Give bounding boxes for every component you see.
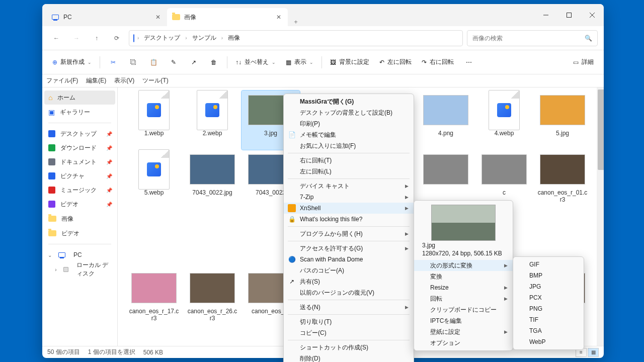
menu-item[interactable]: JPG: [513, 281, 584, 292]
new-button[interactable]: ⊕新規作成⌄: [48, 54, 96, 70]
close-icon[interactable]: ✕: [154, 13, 162, 21]
delete-button[interactable]: 🗑: [205, 54, 223, 70]
breadcrumb[interactable]: › デスクトップ › サンプル › 画像: [129, 30, 463, 46]
menu-item[interactable]: 印刷(P): [284, 118, 414, 129]
sidebar-disk[interactable]: ›ローカル ディスク: [44, 262, 115, 277]
menu-edit[interactable]: 編集(E): [86, 76, 106, 85]
sidebar-item[interactable]: ミュージック📌: [44, 183, 115, 197]
menu-item[interactable]: TGA: [513, 325, 584, 336]
rotate-right-button[interactable]: ↷ 右に回転: [418, 54, 458, 70]
menu-item[interactable]: 7-Zip▶: [284, 192, 414, 203]
menu-item[interactable]: 🔒What's locking this file?: [284, 214, 414, 225]
menu-item[interactable]: デスクトップの背景として設定(B): [284, 107, 414, 118]
sidebar-folder[interactable]: 画像: [44, 212, 115, 226]
details-button[interactable]: ▭ 詳細: [569, 54, 598, 70]
close-icon[interactable]: ✕: [275, 13, 283, 21]
menu-item[interactable]: GIF: [513, 259, 584, 270]
file-item[interactable]: canon_eos_r_01.cr3: [533, 150, 592, 209]
file-item[interactable]: canon_eos_r_17.cr3: [125, 268, 183, 328]
set-background-button[interactable]: 🖼 背景に設定: [326, 54, 373, 70]
tab-pc[interactable]: PC ✕: [46, 8, 167, 26]
menu-item[interactable]: TIF: [513, 314, 584, 325]
sidebar-pc[interactable]: ⌄PC: [44, 248, 115, 262]
menu-item[interactable]: Resize▶: [414, 282, 513, 293]
file-item[interactable]: 2.webp: [183, 90, 242, 150]
menu-item[interactable]: PCX: [513, 292, 584, 303]
file-item[interactable]: 1.webp: [125, 90, 183, 150]
menu-item[interactable]: ↗共有(S): [284, 276, 414, 287]
menu-file[interactable]: ファイル(F): [46, 76, 78, 85]
search-box[interactable]: 🔍: [467, 30, 598, 46]
menu-item[interactable]: オプション: [414, 337, 513, 348]
view-button[interactable]: ▦ 表示 ⌄: [282, 54, 317, 70]
sort-button[interactable]: ↑↓ 並べ替え ⌄: [231, 54, 280, 70]
sidebar-item[interactable]: ドキュメント📌: [44, 155, 115, 169]
menu-item[interactable]: 以前のバージョンの復元(V): [284, 287, 414, 298]
menu-item[interactable]: お気に入りに追加(F): [284, 140, 414, 151]
file-item[interactable]: 4.png: [417, 90, 475, 150]
copy-button[interactable]: ⿻: [124, 54, 142, 70]
minimize-button[interactable]: [534, 4, 557, 26]
menu-item[interactable]: 切り取り(T): [284, 316, 414, 327]
new-tab-button[interactable]: ＋: [288, 18, 304, 26]
sidebar-folder[interactable]: ビデオ: [44, 226, 115, 240]
menu-item[interactable]: 送る(N)▶: [284, 302, 414, 313]
view-grid-button[interactable]: ▦: [588, 348, 599, 357]
menu-item[interactable]: プログラムから開く(H)▶: [284, 228, 414, 239]
menu-item[interactable]: 壁紙に設定▶: [414, 326, 513, 337]
menu-item[interactable]: IPTCを編集: [414, 315, 513, 326]
sidebar-gallery[interactable]: ▣ギャラリー: [44, 105, 115, 119]
menu-item[interactable]: パスのコピー(A): [284, 265, 414, 276]
menu-item[interactable]: コピー(C): [284, 327, 414, 338]
share-button[interactable]: ↗: [185, 54, 203, 70]
sidebar-item[interactable]: ピクチャ📌: [44, 169, 115, 183]
close-button[interactable]: [581, 4, 604, 26]
sidebar-item[interactable]: ダウンロード📌: [44, 141, 115, 155]
menu-view[interactable]: 表示(V): [114, 76, 134, 85]
file-item[interactable]: 5.webp: [125, 150, 183, 209]
menu-item[interactable]: MassiGraで開く(G): [284, 96, 414, 107]
file-item[interactable]: 4.webp: [475, 90, 533, 150]
menu-item[interactable]: 左に回転(L): [284, 166, 414, 177]
chevron-right-icon[interactable]: ›: [53, 267, 58, 273]
more-button[interactable]: ⋯: [460, 54, 478, 70]
rotate-left-button[interactable]: ↶ 左に回転: [375, 54, 416, 70]
menu-item[interactable]: 削除(D): [284, 353, 414, 362]
crumb[interactable]: 画像: [226, 33, 242, 43]
menu-item[interactable]: アクセスを許可する(G)▶: [284, 243, 414, 254]
menu-item[interactable]: デバイス キャスト▶: [284, 180, 414, 192]
menu-item[interactable]: 変換: [414, 271, 513, 282]
back-button[interactable]: ←: [48, 30, 64, 46]
up-button[interactable]: ↑: [89, 30, 105, 46]
scrollbar[interactable]: [597, 87, 604, 346]
chevron-down-icon[interactable]: ⌄: [46, 252, 53, 258]
menu-item[interactable]: BMP: [513, 270, 584, 281]
rename-button[interactable]: ✎: [165, 54, 183, 70]
paste-button[interactable]: 📋: [144, 54, 163, 70]
crumb[interactable]: サンプル: [190, 33, 218, 43]
menu-item[interactable]: ショートカットの作成(S): [284, 342, 414, 353]
file-item[interactable]: canon_eos_r_26.cr3: [183, 268, 242, 328]
menu-item[interactable]: 📄メモ帳で編集: [284, 129, 414, 140]
menu-item[interactable]: 回転▶: [414, 293, 513, 304]
file-item[interactable]: 7043_0022.jpg: [183, 150, 242, 209]
menu-item[interactable]: PNG: [513, 303, 584, 314]
refresh-button[interactable]: ⟳: [109, 30, 125, 46]
search-input[interactable]: [472, 35, 581, 42]
maximize-button[interactable]: [557, 4, 581, 26]
menu-item[interactable]: WebP: [513, 336, 584, 347]
menu-item[interactable]: クリップボードにコピー: [414, 304, 513, 315]
forward-button[interactable]: →: [68, 30, 85, 46]
crumb[interactable]: デスクトップ: [142, 33, 182, 43]
file-item[interactable]: 5.jpg: [533, 90, 592, 150]
cut-button[interactable]: ✂: [104, 54, 122, 70]
menu-item[interactable]: 次の形式に変換▶: [414, 260, 513, 271]
menu-tools[interactable]: ツール(T): [142, 76, 168, 85]
menu-item[interactable]: 右に回転(T): [284, 155, 414, 166]
menu-item[interactable]: 🔵Scan with Panda Dome: [284, 254, 414, 265]
sidebar-item[interactable]: デスクトップ📌: [44, 127, 115, 141]
sidebar-item[interactable]: ビデオ📌: [44, 197, 115, 211]
menu-item[interactable]: XnShell▶: [284, 203, 414, 214]
tab-images[interactable]: 画像 ✕: [167, 8, 288, 26]
sidebar-home[interactable]: ⌂ホーム: [44, 90, 115, 105]
